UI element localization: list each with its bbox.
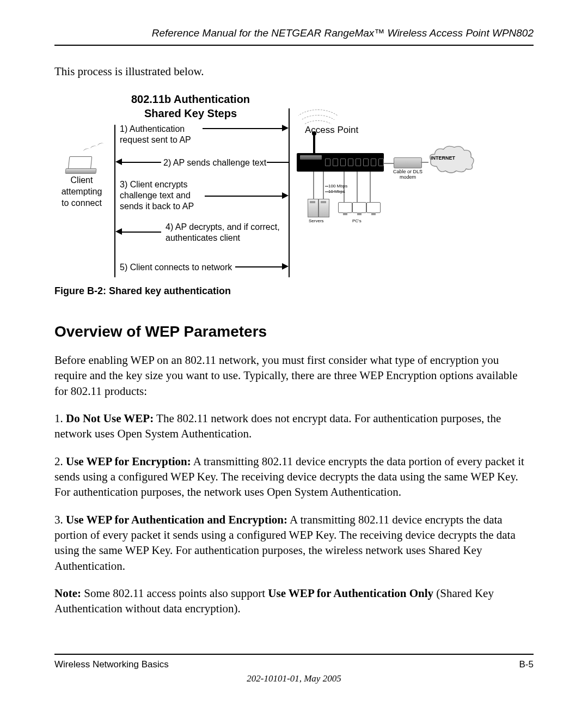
doc-id: 202-10101-01, May 2005 <box>54 673 534 684</box>
arrow-step1 <box>203 128 282 129</box>
timeline-left <box>114 125 115 277</box>
laptop-icon: ⌒⌒⌒ <box>65 152 98 173</box>
note-text1: Some 802.11 access points also support <box>81 587 268 600</box>
step3-line2: challenge text and <box>120 191 191 200</box>
pc-icon <box>338 202 352 213</box>
server-icon <box>308 199 318 217</box>
footer-right: B-5 <box>519 659 534 670</box>
section-heading: Overview of WEP Parameters <box>54 323 534 340</box>
pc-icon <box>366 202 381 213</box>
auth-diagram: 802.11b Authentication Shared Key Steps … <box>54 92 479 283</box>
arrow-step2 <box>122 162 161 163</box>
step-5: 5) Client connects to network <box>120 262 232 273</box>
pc-icon <box>352 202 366 213</box>
option-2: 2. Use WEP for Encryption: A transmittin… <box>54 454 534 500</box>
page-footer: Wireless Networking Basics B-5 202-10101… <box>54 637 534 684</box>
note-para: Note: Some 802.11 access points also sup… <box>54 586 534 617</box>
step4-line1: 4) AP decrypts, and if correct, <box>166 222 280 232</box>
arrow-head-step5 <box>282 263 289 270</box>
arrow-head-step2 <box>115 159 122 165</box>
diagram-title-line1: 802.11b Authentication <box>131 93 250 105</box>
arrow-step2b <box>267 162 289 163</box>
arrow-step3 <box>205 196 282 197</box>
client-label: ⌒⌒⌒ Client attempting to connect <box>54 152 109 209</box>
figure-wrap: 802.11b Authentication Shared Key Steps … <box>54 92 534 297</box>
option-3: 3. Use WEP for Authentication and Encryp… <box>54 512 534 574</box>
step3-line3: sends it back to AP <box>120 202 194 211</box>
speed-100: 100 Mbps <box>328 184 347 188</box>
step1-line1: 1) Authentication <box>120 124 185 133</box>
client-line3: to connect <box>62 198 102 208</box>
page-header: Reference Manual for the NETGEAR RangeMa… <box>54 27 534 46</box>
client-line1: Client <box>71 175 93 185</box>
access-point-icon <box>297 153 384 172</box>
step4-line2: authenticates client <box>166 233 240 242</box>
diagram-title: 802.11b Authentication Shared Key Steps <box>120 92 261 120</box>
network-diagram: Cable or DLS modem INTERNET 100 Mbps 10 … <box>291 103 476 228</box>
step-2: 2) AP sends challenge text <box>163 157 266 168</box>
step-1: 1) Authentication request sent to AP <box>120 124 191 145</box>
note-bold2: Use WEP for Authentication Only <box>268 587 433 600</box>
modem-label: Cable or DLS modem <box>390 169 425 180</box>
timeline-right <box>289 108 290 277</box>
arrow-step4 <box>122 232 161 233</box>
servers-label: Servers <box>309 218 324 223</box>
opt3-bold: Use WEP for Authentication and Encryptio… <box>66 513 287 526</box>
arrow-head-step4 <box>115 228 122 235</box>
antenna-icon <box>313 133 315 154</box>
step-4: 4) AP decrypts, and if correct, authenti… <box>166 222 280 244</box>
step1-line2: request sent to AP <box>120 135 191 144</box>
intro-text: This process is illustrated below. <box>54 65 534 78</box>
footer-left: Wireless Networking Basics <box>54 659 169 670</box>
modem-icon <box>394 157 422 168</box>
opt1-bold: Do Not Use WEP: <box>66 412 154 425</box>
pcs-label: PC's <box>352 218 362 223</box>
arrow-head-step1 <box>282 125 289 131</box>
para-1: Before enabling WEP on an 802.11 network… <box>54 352 534 399</box>
option-1: 1. Do Not Use WEP: The 802.11 network do… <box>54 411 534 442</box>
diagram-title-line2: Shared Key Steps <box>144 107 237 119</box>
step-3: 3) Client encrypts challenge text and se… <box>120 179 194 212</box>
note-bold: Note: <box>54 587 81 600</box>
arrow-head-step3 <box>282 192 289 199</box>
arrow-step5 <box>235 266 282 267</box>
figure-caption: Figure B-2: Shared key authentication <box>54 285 534 297</box>
client-line2: attempting <box>62 187 102 196</box>
server-icon <box>318 199 329 217</box>
opt2-bold: Use WEP for Encryption: <box>66 455 191 468</box>
document-page: Reference Manual for the NETGEAR RangeMa… <box>0 0 588 706</box>
step3-line1: 3) Client encrypts <box>120 180 188 189</box>
internet-label: INTERNET <box>431 155 455 161</box>
